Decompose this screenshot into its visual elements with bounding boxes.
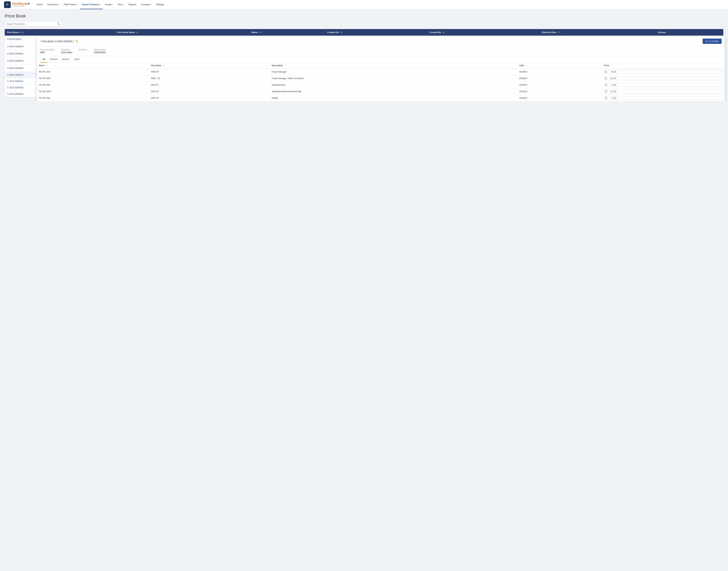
logo-icon xyxy=(4,1,11,8)
inner-table-row: FE-PPL-003 SUP-ST Superintendent HOURLY … xyxy=(37,82,725,88)
nav-time[interactable]: Time ▾ xyxy=(115,0,126,9)
col-status: Status ☰ xyxy=(249,29,325,35)
nav-settings[interactable]: Settings xyxy=(154,0,166,9)
cell-uom: HOURLY xyxy=(517,95,602,101)
inner-table-row: FE-PPL-0072 SUP-OT Superintendent/Constr… xyxy=(37,88,725,95)
cell-price: $73.50 xyxy=(602,95,725,101)
edit-icon[interactable]: ✏️ xyxy=(76,40,79,43)
inner-table-header: Item # ⋮ Item Name ⋮ Description ⋮ UoM ⋮… xyxy=(37,63,725,69)
col-actions: Actions xyxy=(655,29,723,35)
unpublish-label: Un-Publish xyxy=(708,40,719,42)
copy-icon[interactable]: ⧉ xyxy=(7,52,9,55)
svg-point-1 xyxy=(7,4,8,5)
meta-price-book-name: Price Book Name HRS xyxy=(40,49,54,54)
nav-items: Home Customers ▾ Field Tickets ▾ Smart C… xyxy=(34,0,166,9)
nav-customers[interactable]: Customers ▾ xyxy=(45,0,62,9)
cell-description: Welder xyxy=(270,95,517,101)
nav-home[interactable]: Home xyxy=(34,0,45,9)
logo-brand: FieldEquip® xyxy=(12,2,30,6)
meta-label-price-book-name: Price Book Name xyxy=(40,49,54,51)
cell-item-name: PMG - OT xyxy=(149,75,270,82)
cell-uom: HOURLY xyxy=(517,88,602,95)
overlay-meta: Price Book Name HRS Description 2024 rat… xyxy=(37,46,725,56)
navbar: FieldEquip® a bursys company Home Custom… xyxy=(0,0,728,9)
chevron-left-icon: ‹ xyxy=(40,40,41,43)
nav-field-tickets[interactable]: Field Tickets ▾ xyxy=(62,0,80,9)
cell-price: $96.50 xyxy=(602,69,725,75)
search-input[interactable] xyxy=(7,23,57,25)
copy-icon[interactable]: ⧉ xyxy=(7,80,9,83)
cell-item-num: FE-PPL-0072 xyxy=(37,88,149,95)
table-header-row: Price Book # ☰ Price Book Name ☰ Status … xyxy=(5,29,723,35)
cell-uom: HOURLY xyxy=(517,75,602,82)
copy-icon[interactable]: ⧉ xyxy=(7,86,9,89)
logo-sub: a bursys company xyxy=(12,5,30,7)
copy-icon[interactable]: ⧉ xyxy=(7,67,9,69)
tab-product[interactable]: Product xyxy=(47,56,60,63)
copy-icon[interactable]: ⧉ xyxy=(7,60,9,62)
cell-price: $75.00 xyxy=(602,82,725,88)
nav-assets[interactable]: Assets ▾ xyxy=(103,0,115,9)
inner-table: Item # ⋮ Item Name ⋮ Description ⋮ UoM ⋮… xyxy=(37,63,725,101)
col-effective-date: Effective Date ☰ xyxy=(539,29,656,35)
tab-labor[interactable]: Labor xyxy=(72,56,82,63)
col-created-on: Created On ☰ xyxy=(325,29,427,35)
cell-item-name: SUP-OT xyxy=(149,88,270,95)
cell-uom: HOURLY xyxy=(517,82,602,88)
cell-item-num: FE-PPL-004 xyxy=(37,95,149,101)
page-content: Price Book 🔍 Price Book # ☰ Price Book N… xyxy=(0,9,728,101)
search-icon[interactable]: 🔍 xyxy=(57,22,60,25)
cell-description: Superintendent/Construction Mgr xyxy=(270,88,517,95)
meta-value-description: 2024 rates xyxy=(61,51,72,54)
inner-col-price: Price ⋮ xyxy=(602,63,725,69)
inner-table-body: FE-PPL-003 PMG-ST Project Manager HOURLY… xyxy=(37,69,725,101)
cell-item-name: SWF-ST xyxy=(149,95,270,101)
cell-item-num: FE-PPL-003 xyxy=(37,69,149,75)
cell-price: $124.00 xyxy=(602,75,725,82)
meta-label-description: Description xyxy=(61,49,72,51)
page-title: Price Book xyxy=(5,13,723,19)
tab-service[interactable]: Service xyxy=(59,56,72,63)
inner-table-row: FE-PPL-003 PMG-ST Project Manager HOURLY… xyxy=(37,69,725,75)
inner-col-uom: UoM ⋮ xyxy=(517,63,602,69)
inner-col-item-num: Item # ⋮ xyxy=(37,63,149,69)
inner-table-row: FE-PPL-004 SWF-ST Welder HOURLY $73.50 xyxy=(37,95,725,101)
inner-table-row: FE-PPL-0037 PMG - OT Project Manager / B… xyxy=(37,75,725,82)
copy-icon[interactable]: ⧉ xyxy=(7,74,9,76)
unpublish-icon: ⊕ xyxy=(705,40,707,42)
cell-description: Project Manager xyxy=(270,69,517,75)
unpublish-button[interactable]: ⊕ Un-Publish xyxy=(703,39,722,44)
meta-effective-date: Effective Date 03/03/2024 xyxy=(94,49,106,54)
logo-text: FieldEquip® a bursys company xyxy=(12,2,30,7)
cell-description: Superintendent xyxy=(270,82,517,88)
tab-all[interactable]: All xyxy=(40,56,47,63)
col-price-book-num: Price Book # ☰ xyxy=(5,29,115,35)
meta-value-price-book-name: HRS xyxy=(40,51,54,54)
logo: FieldEquip® a bursys company xyxy=(4,1,30,8)
copy-icon[interactable]: ⧉ xyxy=(7,45,9,48)
overlay-header: ‹ Price Book ( # 2024-3300001 ) ✏️ ⊕ Un-… xyxy=(37,36,725,46)
nav-smart-contracts[interactable]: Smart Contracts ▾ xyxy=(80,0,103,9)
cell-item-num: FE-PPL-0037 xyxy=(37,75,149,82)
cell-uom: HOURLY xyxy=(517,69,602,75)
back-label: Price Book ( # 2024-3300001 ) xyxy=(42,40,74,43)
cell-item-num: FE-PPL-003 xyxy=(37,82,149,88)
inner-table-wrap: Item # ⋮ Item Name ⋮ Description ⋮ UoM ⋮… xyxy=(37,63,725,101)
cell-price: $112.50 xyxy=(602,88,725,95)
meta-value-external xyxy=(79,51,87,54)
meta-label-external: External # xyxy=(79,49,87,51)
col-price-book-name: Price Book Name ☰ xyxy=(115,29,249,35)
search-bar: 🔍 xyxy=(5,21,62,26)
copy-icon[interactable]: ⧉ xyxy=(7,93,9,95)
inner-col-description: Description ⋮ xyxy=(270,63,517,69)
cell-item-name: PMG-ST xyxy=(149,69,270,75)
back-link[interactable]: ‹ Price Book ( # 2024-3300001 ) ✏️ xyxy=(40,40,79,43)
col-created-by: Created By ☰ xyxy=(427,29,539,35)
inner-col-item-name: Item Name ⋮ xyxy=(149,63,270,69)
cell-item-name: SUP-ST xyxy=(149,82,270,88)
nav-company[interactable]: Company ▾ xyxy=(138,0,154,9)
tab-bar: All Product Service Labor xyxy=(37,56,725,63)
nav-reports[interactable]: Reports xyxy=(126,0,139,9)
overlay-panel: ‹ Price Book ( # 2024-3300001 ) ✏️ ⊕ Un-… xyxy=(37,36,725,101)
meta-description: Description 2024 rates xyxy=(61,49,72,54)
